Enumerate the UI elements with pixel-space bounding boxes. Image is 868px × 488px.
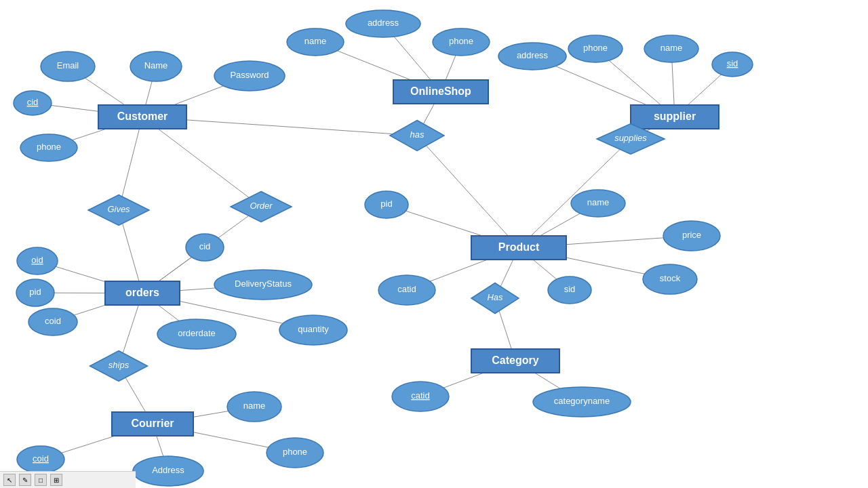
toolbar-button-1[interactable]: ↖: [3, 474, 16, 486]
svg-text:Email: Email: [57, 60, 79, 70]
attribute-name_courr: name: [227, 392, 281, 422]
svg-text:address: address: [368, 18, 399, 28]
svg-text:address: address: [517, 50, 549, 60]
attribute-addr_top: address: [346, 10, 420, 37]
svg-text:phone: phone: [283, 447, 307, 457]
svg-text:supplier: supplier: [654, 110, 696, 122]
attribute-sid_sup: sid: [712, 52, 753, 77]
svg-line-19: [142, 117, 261, 207]
attribute-phone_top: phone: [433, 28, 490, 56]
relationship-ships: ships: [90, 351, 148, 382]
attribute-catid_cat: catid: [392, 382, 449, 411]
toolbar-button-4[interactable]: ⊞: [50, 474, 62, 486]
svg-text:catid: catid: [411, 390, 429, 401]
svg-text:has: has: [410, 129, 425, 140]
relationship-order: Order: [231, 192, 292, 222]
relationship-has2: Has: [471, 283, 519, 314]
entity-onlineshop: OnlineShop: [393, 80, 488, 104]
svg-text:cid: cid: [199, 241, 211, 251]
entity-customer: Customer: [98, 105, 186, 129]
attribute-pid_prod: pid: [365, 191, 408, 218]
attribute-pid_ord: pid: [16, 279, 54, 306]
attribute-sid_prod: sid: [548, 277, 591, 304]
svg-text:Customer: Customer: [117, 110, 168, 122]
svg-text:Has: Has: [487, 292, 503, 302]
svg-text:Product: Product: [498, 241, 540, 253]
svg-text:Password: Password: [230, 70, 269, 80]
er-diagram: OnlineShopCustomersupplierProductordersC…: [0, 0, 868, 488]
attribute-phone_courr: phone: [267, 438, 323, 468]
svg-text:OnlineShop: OnlineShop: [410, 85, 471, 97]
svg-text:Category: Category: [492, 354, 538, 366]
attribute-password_cust: Password: [214, 61, 285, 91]
svg-text:DeliveryStatus: DeliveryStatus: [235, 279, 292, 289]
svg-text:orders: orders: [125, 287, 159, 298]
svg-text:quantity: quantity: [298, 324, 329, 334]
svg-text:catid: catid: [397, 284, 416, 294]
attribute-deliverystatus: DeliveryStatus: [214, 270, 312, 300]
svg-text:cid: cid: [27, 97, 39, 107]
entity-orders: orders: [105, 281, 180, 305]
attribute-coid_ord: coid: [28, 308, 77, 336]
svg-text:phone: phone: [37, 142, 61, 152]
svg-text:pid: pid: [29, 287, 41, 297]
attribute-catname_cat: categoryname: [533, 387, 631, 417]
attribute-phone_sup: phone: [568, 35, 623, 62]
attribute-name_prod: name: [571, 190, 625, 217]
svg-text:Name: Name: [144, 60, 168, 70]
svg-text:coid: coid: [33, 453, 49, 464]
attribute-name_sup: name: [644, 35, 698, 62]
svg-text:stock: stock: [660, 273, 681, 283]
attribute-addr_sup: address: [498, 43, 566, 70]
entity-supplier: supplier: [631, 105, 719, 129]
svg-text:name: name: [304, 36, 327, 46]
relationship-gives: Gives: [88, 195, 149, 226]
attribute-orderdate: orderdate: [157, 319, 236, 349]
attribute-cid_ord: cid: [186, 234, 224, 261]
toolbar: ↖ ✎ □ ⊞: [0, 471, 136, 488]
svg-text:Address: Address: [152, 465, 184, 475]
entity-product: Product: [471, 236, 566, 260]
attribute-phone_cust: phone: [20, 134, 77, 161]
svg-text:sid: sid: [727, 58, 738, 68]
attribute-email_cust: Email: [41, 52, 95, 81]
attribute-name_top: name: [287, 28, 344, 56]
attribute-catid_prod: catid: [378, 275, 435, 305]
svg-text:categoryname: categoryname: [554, 396, 610, 406]
attribute-oid_ord: oid: [17, 247, 58, 274]
attribute-price_prod: price: [663, 221, 720, 251]
svg-text:name: name: [243, 401, 266, 411]
attribute-name_cust: Name: [130, 52, 182, 81]
toolbar-button-3[interactable]: □: [35, 474, 47, 486]
svg-text:Order: Order: [250, 201, 273, 211]
svg-text:supplies: supplies: [614, 133, 647, 143]
attribute-cid_cust: cid: [14, 91, 52, 115]
svg-text:name: name: [587, 197, 610, 207]
svg-text:phone: phone: [449, 36, 473, 46]
attribute-stock_prod: stock: [643, 264, 697, 294]
svg-text:oid: oid: [31, 255, 43, 265]
entity-category: Category: [471, 349, 559, 373]
svg-text:phone: phone: [583, 43, 608, 53]
svg-text:name: name: [660, 43, 683, 53]
svg-text:ships: ships: [108, 360, 130, 370]
attribute-address_courr: Address: [133, 456, 203, 486]
entity-courrier: Courrier: [112, 412, 193, 436]
toolbar-button-2[interactable]: ✎: [19, 474, 31, 486]
svg-text:pid: pid: [380, 199, 392, 209]
svg-text:orderdate: orderdate: [178, 328, 216, 338]
svg-text:sid: sid: [564, 284, 576, 294]
relationship-has: has: [390, 121, 444, 151]
svg-text:coid: coid: [45, 316, 61, 326]
svg-text:Courrier: Courrier: [131, 418, 174, 429]
svg-text:price: price: [682, 230, 701, 240]
attribute-quantity: quantity: [279, 315, 347, 345]
attribute-coid_courr: coid: [17, 446, 64, 473]
svg-text:Gives: Gives: [107, 204, 130, 214]
